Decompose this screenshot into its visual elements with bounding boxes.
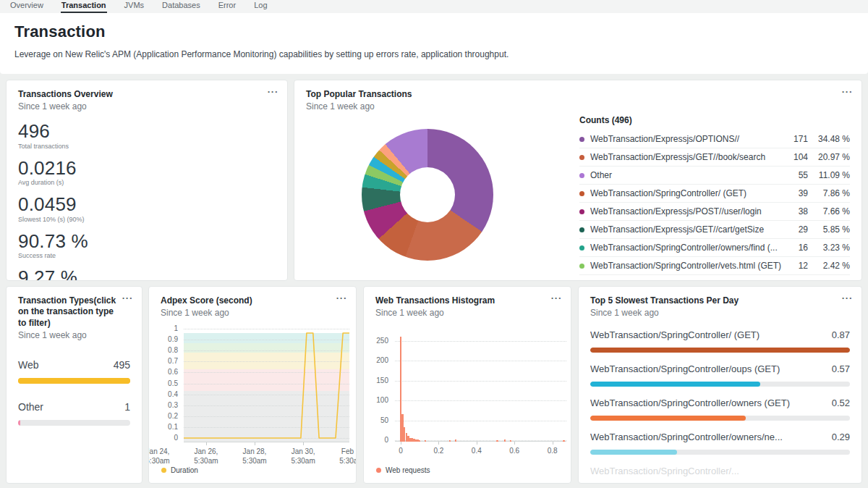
slowest-value: 0.29	[832, 432, 850, 442]
legend-row-percent: 5.85 %	[808, 224, 850, 235]
stat-value: 0.0459	[18, 195, 276, 214]
legend-row-percent: 7.66 %	[808, 206, 850, 216]
legend-row-count: 104	[783, 152, 808, 162]
slowest-row[interactable]: WebTransaction/SpringController/oups (GE…	[590, 363, 850, 387]
card-transaction-types: Transaction Types(click on the transacti…	[6, 286, 142, 484]
card-menu-button[interactable]: ...	[842, 85, 853, 94]
slowest-row-head: WebTransaction/SpringController/owners (…	[590, 397, 850, 408]
y-axis-label: 0.3	[156, 401, 178, 409]
legend-row-percent: 7.86 %	[808, 188, 850, 198]
slowest-row[interactable]: WebTransaction/SpringController/owners/n…	[590, 432, 850, 455]
slowest-row[interactable]: WebTransaction/SpringController/...	[590, 466, 850, 484]
slowest-row[interactable]: WebTransaction/SpringController/ (GET)0.…	[590, 329, 850, 353]
legend-row-count: 55	[783, 170, 808, 180]
adpex-legend[interactable]: Duration	[161, 466, 198, 474]
slowest-label: WebTransaction/SpringController/ (GET)	[590, 329, 767, 340]
legend-title: Counts (496)	[579, 115, 850, 125]
legend-row[interactable]: WebTransaction/SpringController/vets.htm…	[579, 257, 850, 275]
type-row-web[interactable]: Web495	[18, 359, 130, 384]
tab-transaction[interactable]: Transaction	[61, 0, 107, 13]
legend-row-count: 39	[783, 188, 808, 198]
legend-row-count: 171	[783, 134, 808, 144]
legend-row[interactable]: WebTransaction/Expressjs/OPTIONS//17134.…	[579, 130, 850, 148]
legend-row-label: WebTransaction/Expressjs/OPTIONS//	[590, 134, 783, 144]
y-axis-label: 0.9	[156, 335, 178, 343]
legend-row-count: 12	[783, 261, 808, 271]
type-bar-track	[18, 420, 130, 426]
histogram-legend[interactable]: Web requests	[376, 466, 430, 474]
slowest-bar-track	[590, 348, 850, 353]
card-head: Top 5 Slowest Transactions Per Day Since…	[579, 287, 861, 318]
y-axis-label: 0.8	[156, 346, 178, 354]
legend-row[interactable]: WebTransaction/Expressjs/GET//book/searc…	[579, 148, 850, 167]
type-row-head: Web495	[18, 359, 130, 371]
tab-error[interactable]: Error	[218, 0, 237, 13]
legend-dot	[579, 173, 584, 178]
legend-row-percent: 20.97 %	[808, 152, 850, 162]
histogram-bar	[563, 440, 565, 442]
slowest-value: 0.87	[832, 329, 850, 340]
y-axis-label: 1	[156, 324, 178, 332]
legend-row-label: WebTransaction/Expressjs/GET//book/searc…	[590, 152, 783, 162]
page-description: Leverage on New Relic's APM (Application…	[14, 49, 854, 59]
x-axis-tick	[514, 442, 515, 445]
type-row-other[interactable]: Other1	[18, 401, 130, 426]
legend-dot	[579, 245, 584, 251]
slowest-bar-track	[590, 382, 850, 387]
legend-row-label: WebTransaction/SpringController/owners/f…	[590, 243, 783, 253]
adpex-line-chart[interactable]: 00.10.20.30.40.50.60.70.80.91Jan 24,5:30…	[149, 287, 356, 483]
page-header: Transaction Leverage on New Relic's APM …	[0, 13, 868, 74]
stat-block: 0.0459Slowest 10% (s) (90%)	[18, 195, 276, 223]
tab-jvms[interactable]: JVMs	[124, 0, 145, 13]
legend-row-label: Other	[590, 170, 783, 180]
type-value: 495	[114, 359, 130, 371]
legend-label: Web requests	[386, 466, 430, 474]
slowest-label: WebTransaction/SpringController/owners (…	[590, 397, 797, 408]
slowest-value: 0.52	[832, 397, 850, 408]
y-axis-label: 0.2	[156, 412, 178, 420]
histogram-bar	[425, 440, 427, 442]
histogram-bar	[496, 440, 498, 442]
y-axis-label: 0.4	[156, 390, 178, 398]
type-bar-track	[18, 378, 130, 384]
card-timerange: Since 1 week ago	[590, 308, 840, 318]
y-axis-label: 0.6	[156, 368, 178, 376]
card-title: Top Popular Transactions	[306, 89, 840, 100]
tab-overview[interactable]: Overview	[9, 0, 44, 13]
type-bar-fill	[18, 420, 20, 426]
x-axis-tick	[255, 442, 255, 445]
legend-dot	[579, 209, 584, 214]
legend-row[interactable]: Other5511.09 %	[579, 167, 850, 185]
legend-row-count: 38	[783, 206, 808, 216]
y-axis-label: 0.7	[156, 357, 178, 365]
card-top-popular-transactions: Top Popular Transactions Since 1 week ag…	[294, 80, 862, 281]
legend-row[interactable]: WebTransaction/Expressjs/POST//user/logi…	[579, 203, 850, 221]
slowest-row[interactable]: WebTransaction/SpringController/owners (…	[590, 397, 850, 421]
donut-hole	[400, 167, 455, 222]
slowest-row-head: WebTransaction/SpringController/oups (GE…	[590, 363, 850, 374]
legend-row[interactable]: WebTransaction/SpringController/owners/f…	[579, 239, 850, 257]
card-menu-button[interactable]: ...	[122, 291, 133, 300]
legend-row[interactable]: WebTransaction/Expressjs/GET//cart/getSi…	[579, 221, 850, 239]
donut-chart[interactable]	[362, 129, 493, 261]
slowest-bar-track	[590, 450, 850, 455]
legend-row[interactable]: WebTransaction/SpringController/ (GET)39…	[579, 185, 850, 203]
card-menu-button[interactable]: ...	[842, 291, 853, 300]
slowest-bar-fill	[590, 382, 760, 387]
tab-log[interactable]: Log	[253, 0, 268, 13]
adpex-plot-area	[184, 329, 349, 442]
y-gridline	[395, 341, 566, 342]
stat-block: 496Total transactions	[18, 122, 276, 150]
histogram-bar	[455, 439, 457, 442]
card-title: Transaction Types(click on the transacti…	[18, 295, 120, 329]
legend-dot	[579, 137, 584, 142]
y-axis-label: 250	[368, 337, 388, 345]
legend-dot	[161, 468, 166, 473]
tab-databases[interactable]: Databases	[161, 0, 201, 13]
histogram-chart[interactable]: 05010015020025000.20.40.60.8	[364, 287, 571, 483]
card-menu-button[interactable]: ...	[268, 85, 278, 94]
histogram-bar	[510, 440, 512, 442]
slowest-bar-track	[590, 416, 850, 421]
page-title: Transaction	[14, 22, 854, 41]
x-axis-tick	[303, 442, 304, 445]
